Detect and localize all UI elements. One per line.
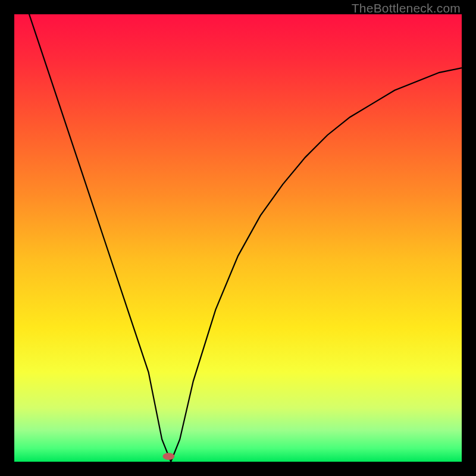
- watermark-text: TheBottleneck.com: [352, 1, 461, 15]
- chart-frame: [14, 14, 462, 462]
- chart-svg: [14, 14, 462, 462]
- gradient-rect: [14, 14, 462, 462]
- optimal-marker: [162, 453, 174, 460]
